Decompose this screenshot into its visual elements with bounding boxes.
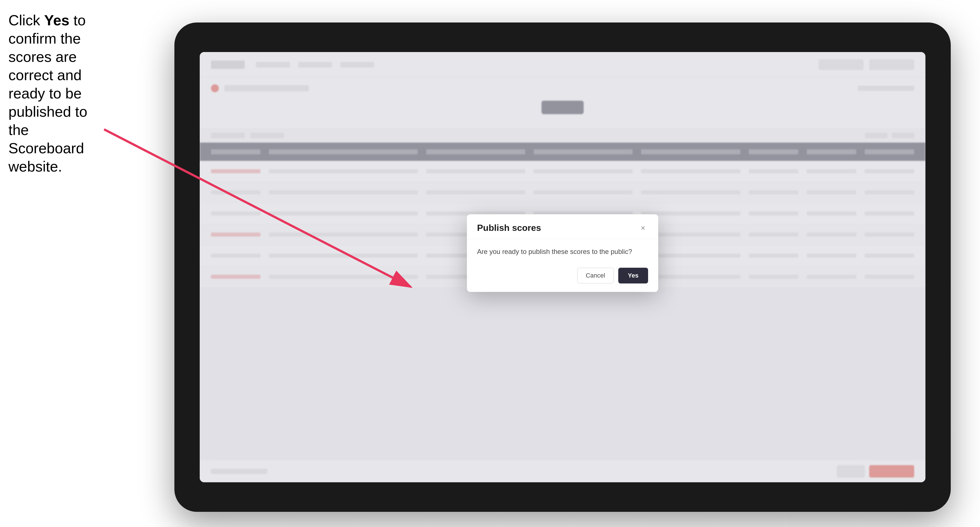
modal-header: Publish scores × [467, 214, 658, 239]
modal-footer: Cancel Yes [467, 262, 658, 292]
tablet-screen: Publish scores × Are you ready to publis… [200, 52, 926, 482]
publish-scores-dialog: Publish scores × Are you ready to publis… [467, 214, 658, 292]
instruction-text: Click Yes to confirm the scores are corr… [8, 11, 90, 176]
modal-body: Are you ready to publish these scores to… [467, 239, 658, 262]
cancel-button[interactable]: Cancel [577, 268, 614, 284]
modal-title: Publish scores [477, 223, 541, 233]
modal-overlay: Publish scores × Are you ready to publis… [200, 52, 926, 482]
close-icon[interactable]: × [638, 223, 648, 233]
tablet-device: Publish scores × Are you ready to publis… [174, 22, 951, 512]
modal-message: Are you ready to publish these scores to… [477, 247, 648, 257]
yes-button[interactable]: Yes [618, 268, 648, 284]
